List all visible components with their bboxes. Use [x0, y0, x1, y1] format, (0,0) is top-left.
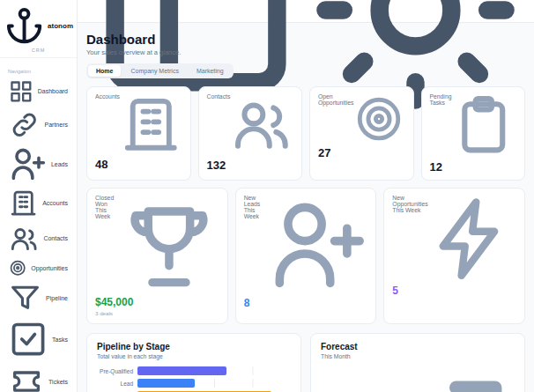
forecast-panel: Forecast This Month Closed Won $125,000 …: [310, 333, 525, 392]
building-icon: [120, 93, 182, 156]
chart-bar[interactable]: [137, 366, 226, 375]
sidebar-item-label: Dashboard: [38, 88, 68, 94]
clipboard-icon: [451, 93, 516, 159]
tab-company-metrics[interactable]: Company Metrics: [122, 65, 186, 77]
chart-bar[interactable]: [137, 379, 195, 388]
card-new-leads-week[interactable]: New Leads This Week 8: [235, 188, 377, 325]
sidebar-item-tickets[interactable]: Tickets: [6, 361, 70, 392]
users-icon: [230, 93, 293, 157]
pipeline-bar-chart: Pre-Qualified Lead Qualified Solution Pr…: [97, 366, 291, 392]
panel-title: Forecast: [321, 342, 358, 351]
sidebar-item-pipeline[interactable]: Pipeline: [6, 279, 70, 317]
main-area: Dashboard Your sales overview at a glanc…: [78, 0, 534, 392]
highlight-cards: Closed Won This Week $45,000 3 deals New…: [86, 188, 525, 325]
logo[interactable]: atonom CRM: [0, 0, 77, 58]
topbar: [78, 0, 534, 23]
stat-value: 12: [430, 160, 517, 174]
sidebar-item-label: Accounts: [42, 200, 68, 206]
card-new-opportunities-week[interactable]: New Opportunities This Week 5: [383, 188, 525, 325]
card-value: 5: [392, 285, 516, 297]
panel-title: Pipeline by Stage: [97, 342, 291, 351]
stat-card-accounts[interactable]: Accounts 48: [86, 86, 191, 181]
stat-label: Open Opportunities: [318, 93, 353, 106]
sidebar-item-contacts[interactable]: Contacts: [6, 221, 70, 256]
sidebar-nav: Navigation Dashboard Partners Leads Acco…: [0, 58, 77, 392]
sidebar-item-tasks[interactable]: Tasks: [6, 317, 70, 361]
user-plus-icon: [9, 145, 47, 183]
nav-section-navigation: Navigation: [8, 69, 69, 74]
stat-card-pending-tasks[interactable]: Pending Tasks 12: [421, 86, 526, 181]
stat-value: 132: [207, 159, 294, 172]
sidebar-item-label: Tickets: [48, 379, 68, 385]
sidebar-item-label: Partners: [45, 122, 68, 128]
chart-category-label: Pre-Qualified: [97, 368, 137, 374]
sidebar-item-accounts[interactable]: Accounts: [6, 186, 70, 220]
users-icon: [9, 224, 39, 254]
check-square-icon: [9, 320, 48, 359]
anchor-icon: [4, 5, 45, 47]
building-icon: [9, 189, 38, 218]
panel-subtitle: This Month: [321, 353, 358, 359]
card-label: New Opportunities This Week: [392, 195, 427, 213]
tab-marketing[interactable]: Marketing: [189, 65, 232, 77]
sidebar-item-partners[interactable]: Partners: [6, 107, 70, 144]
grid-icon: [9, 79, 33, 104]
chart-category-label: Lead: [97, 381, 137, 387]
sidebar: atonom CRM Navigation Dashboard Partners…: [0, 0, 78, 392]
dashboard-tabs: Home Company Metrics Marketing: [86, 63, 234, 78]
card-label: New Leads This Week: [244, 195, 267, 219]
stat-value: 27: [318, 146, 405, 159]
ticket-icon: [9, 364, 44, 392]
middle-panels: Pipeline by Stage Total value in each st…: [86, 333, 525, 392]
stat-card-contacts[interactable]: Contacts 132: [198, 86, 303, 181]
page-subtitle: Your sales overview at a glance.: [86, 48, 525, 56]
target-icon: [353, 93, 404, 144]
sidebar-item-opportunities[interactable]: Opportunities: [6, 256, 70, 279]
zap-icon: [428, 195, 516, 283]
sidebar-item-leads[interactable]: Leads: [6, 143, 70, 186]
logo-text: atonom: [48, 22, 73, 30]
card-subtext: [392, 299, 516, 305]
card-subtext: [244, 311, 368, 317]
sidebar-item-label: Contacts: [43, 235, 68, 241]
card-closed-won-week[interactable]: Closed Won This Week $45,000 3 deals: [86, 188, 228, 325]
sidebar-item-label: Leads: [51, 161, 68, 167]
stat-label: Accounts: [95, 93, 120, 100]
stat-label: Contacts: [207, 93, 231, 100]
app-window: atonom CRM Navigation Dashboard Partners…: [0, 0, 534, 392]
sidebar-item-dashboard[interactable]: Dashboard: [6, 77, 70, 107]
stat-value: 48: [95, 158, 182, 171]
sidebar-item-label: Opportunities: [31, 265, 68, 271]
stat-card-open-opportunities[interactable]: Open Opportunities 27: [309, 86, 414, 181]
trophy-icon: [119, 195, 219, 295]
page-content: Dashboard Your sales overview at a glanc…: [78, 23, 534, 392]
card-subtext: 3 deals: [95, 310, 219, 316]
stat-label: Pending Tasks: [430, 93, 452, 106]
page-title: Dashboard: [86, 32, 525, 47]
card-value: 8: [244, 297, 368, 309]
handshake-icon: [9, 109, 41, 141]
tab-home[interactable]: Home: [88, 65, 121, 77]
logo-subtext: CRM: [4, 48, 73, 53]
card-label: Closed Won This Week: [95, 195, 119, 219]
sidebar-item-label: Pipeline: [46, 295, 68, 301]
stat-cards: Accounts 48 Contacts 132 Open Opportunit…: [86, 86, 525, 181]
card-value: $45,000: [95, 296, 219, 308]
user-plus-icon: [267, 195, 368, 296]
pipeline-by-stage-panel: Pipeline by Stage Total value in each st…: [86, 333, 301, 392]
panel-subtitle: Total value in each stage: [97, 353, 291, 359]
trend-up-icon: [358, 342, 515, 392]
sidebar-item-label: Tasks: [52, 337, 68, 343]
target-icon: [9, 259, 26, 277]
funnel-icon: [9, 282, 41, 314]
